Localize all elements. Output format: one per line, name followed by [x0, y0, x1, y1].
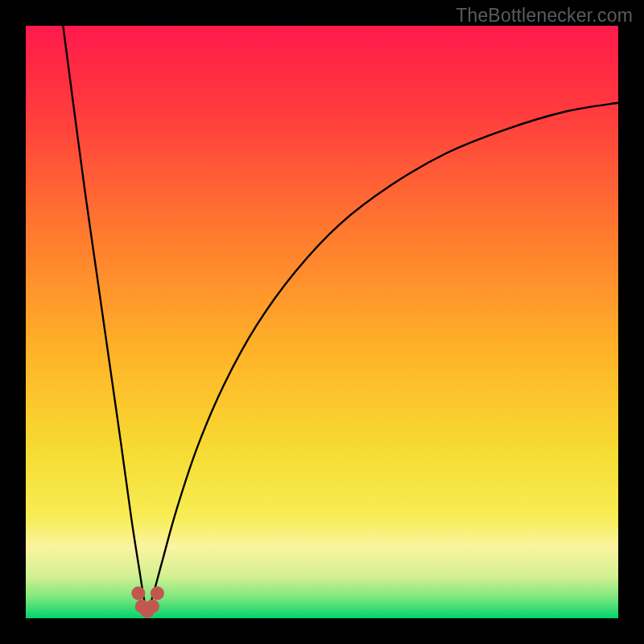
- attribution-watermark: TheBottlenecker.com: [456, 5, 633, 27]
- plot-area: [26, 26, 618, 618]
- outer-frame: TheBottlenecker.com: [0, 0, 644, 644]
- gradient-background: [26, 26, 618, 618]
- valley-marker-dot: [151, 587, 164, 601]
- bottleneck-chart: [26, 26, 618, 618]
- valley-marker-dot: [131, 587, 145, 601]
- valley-marker-dot: [146, 600, 159, 613]
